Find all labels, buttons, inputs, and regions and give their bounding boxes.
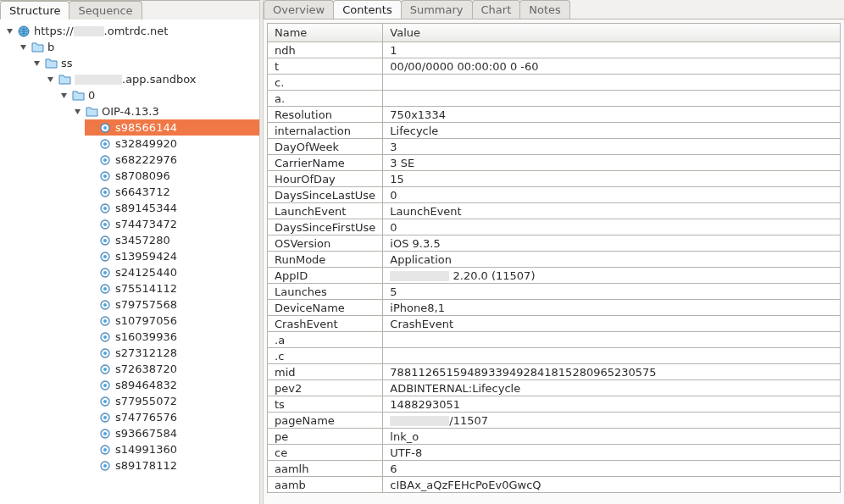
right-body: Name Value ndh1t00/00/0000 00:00:00 0 -6… <box>264 19 844 504</box>
cell-value: 1 <box>383 42 841 58</box>
right-tab-summary[interactable]: Summary <box>401 0 473 19</box>
tree-leaf[interactable]: s13959424 <box>85 248 259 264</box>
table-row[interactable]: aambcIBAx_aQzFEHcPoEv0GwcQ <box>268 477 841 493</box>
tree-folder-ss[interactable]: ss <box>31 55 259 71</box>
tree-leaf[interactable]: s16039936 <box>85 329 259 345</box>
left-tabs: StructureSequence <box>0 1 259 19</box>
table-row[interactable]: c. <box>268 75 841 91</box>
cell-name: RunMode <box>268 252 383 268</box>
right-tab-chart[interactable]: Chart <box>472 0 521 19</box>
tree-folder-b[interactable]: b <box>17 39 259 55</box>
tree-folder-0[interactable]: 0 <box>58 87 259 103</box>
table-row[interactable]: DaysSinceLastUse0 <box>268 187 841 203</box>
tree-leaf[interactable]: s74776576 <box>85 409 259 425</box>
cell-value: LaunchEvent <box>383 203 841 219</box>
request-icon <box>98 121 112 135</box>
tree-leaf[interactable]: s72638720 <box>85 361 259 377</box>
svg-point-14 <box>103 223 107 226</box>
tree-leaf[interactable]: s24125440 <box>85 264 259 280</box>
col-header-name[interactable]: Name <box>268 24 383 42</box>
table-row[interactable]: aamlh6 <box>268 461 841 477</box>
tree-root[interactable]: https://.omtrdc.net <box>3 23 259 39</box>
request-icon <box>98 427 112 440</box>
table-row[interactable]: ceUTF-8 <box>268 445 841 461</box>
tree-twisty-icon[interactable] <box>73 108 81 116</box>
tree-leaf[interactable]: s89464832 <box>85 377 259 393</box>
table-row[interactable]: mid7881126515948933949284181528096523057… <box>268 364 841 380</box>
tree-twisty-icon[interactable] <box>46 75 54 84</box>
cell-name: OSVersion <box>268 235 383 252</box>
tree-twisty-icon[interactable] <box>5 27 14 36</box>
svg-point-2 <box>103 126 107 130</box>
table-row[interactable]: DaysSinceFirstUse0 <box>268 219 841 235</box>
table-row[interactable]: ndh1 <box>268 42 841 58</box>
tree-item-label: s74473472 <box>115 217 177 232</box>
tree-leaf[interactable]: s14991360 <box>85 441 259 457</box>
table-row[interactable]: a. <box>268 91 841 107</box>
tree-leaf[interactable]: s93667584 <box>85 425 259 441</box>
right-tab-contents[interactable]: Contents <box>333 0 401 19</box>
table-row[interactable]: OSVersioniOS 9.3.5 <box>268 235 841 252</box>
table-row[interactable]: AppID 2.20.0 (11507) <box>268 268 841 284</box>
cell-name: DayOfWeek <box>268 139 383 155</box>
col-header-value[interactable]: Value <box>383 24 841 42</box>
tree-item-label: s10797056 <box>115 313 177 329</box>
globe-icon <box>17 25 31 38</box>
contents-grid-wrap[interactable]: Name Value ndh1t00/00/0000 00:00:00 0 -6… <box>264 19 844 504</box>
tree-leaf[interactable]: s98566144 <box>85 119 259 136</box>
svg-point-6 <box>103 158 107 162</box>
tree-folder-sandbox[interactable]: .app.sandbox <box>44 71 259 87</box>
table-row[interactable]: pev2ADBINTERNAL:Lifecycle <box>268 380 841 396</box>
table-row[interactable]: pageName/11507 <box>268 413 841 429</box>
table-row[interactable]: CrashEventCrashEvent <box>268 316 841 332</box>
tree-twisty-icon[interactable] <box>59 91 68 100</box>
cell-name: pageName <box>268 413 383 429</box>
tree-leaf[interactable]: s89145344 <box>85 200 259 216</box>
svg-point-20 <box>103 271 107 274</box>
tree-leaf[interactable]: s6643712 <box>85 184 259 200</box>
tree-leaf[interactable]: s68222976 <box>85 152 259 168</box>
tree-leaf[interactable]: s75514112 <box>85 280 259 296</box>
tree-item-label: s27312128 <box>115 346 177 361</box>
tree-leaf[interactable]: s32849920 <box>85 136 259 152</box>
left-tab-structure[interactable]: Structure <box>0 1 69 19</box>
tree-leaf[interactable]: s74473472 <box>85 216 259 232</box>
table-row[interactable]: CarrierName3 SE <box>268 155 841 171</box>
tree-leaf[interactable]: s77955072 <box>85 393 259 409</box>
tree-item-label: s16039936 <box>115 330 177 345</box>
tree-item-label: .app.sandbox <box>75 72 196 87</box>
table-row[interactable]: .c <box>268 348 841 364</box>
left-tab-sequence[interactable]: Sequence <box>69 1 142 19</box>
table-row[interactable]: Launches5 <box>268 284 841 300</box>
tree-leaf[interactable]: s8708096 <box>85 168 259 184</box>
table-row[interactable]: internalactionLifecycle <box>268 123 841 139</box>
tree-leaf[interactable]: s27312128 <box>85 345 259 361</box>
table-row[interactable]: DayOfWeek3 <box>268 139 841 155</box>
tree-folder-oip[interactable]: OIP-4.13.3 <box>71 103 259 119</box>
table-row[interactable]: Resolution750x1334 <box>268 107 841 123</box>
tree-item-label: s6643712 <box>115 185 170 200</box>
tree-leaf[interactable]: s10797056 <box>85 313 259 329</box>
tree-view[interactable]: https://.omtrdc.netbss.app.sandbox0OIP-4… <box>0 19 259 504</box>
right-tab-notes[interactable]: Notes <box>519 0 570 19</box>
tree-twisty-icon[interactable] <box>19 43 27 52</box>
table-row[interactable]: pelnk_o <box>268 429 841 445</box>
tree-item-label: s8708096 <box>115 169 170 184</box>
tree-leaf[interactable]: s89178112 <box>85 457 259 474</box>
cell-value: 1488293051 <box>383 396 841 413</box>
table-row[interactable]: .a <box>268 332 841 348</box>
right-tabs: OverviewContentsSummaryChartNotes <box>264 0 844 19</box>
table-row[interactable]: DeviceNameiPhone8,1 <box>268 300 841 316</box>
table-row[interactable]: RunModeApplication <box>268 252 841 268</box>
table-row[interactable]: HourOfDay15 <box>268 171 841 187</box>
table-row[interactable]: ts1488293051 <box>268 396 841 413</box>
table-row[interactable]: t00/00/0000 00:00:00 0 -60 <box>268 58 841 75</box>
tree-twisty-icon[interactable] <box>32 59 41 68</box>
right-tab-overview[interactable]: Overview <box>264 0 334 19</box>
cell-name: ndh <box>268 42 383 58</box>
tree-item-label: s32849920 <box>115 136 177 152</box>
table-row[interactable]: LaunchEventLaunchEvent <box>268 203 841 219</box>
cell-name: aamb <box>268 477 383 493</box>
tree-leaf[interactable]: s79757568 <box>85 296 259 313</box>
tree-leaf[interactable]: s3457280 <box>85 232 259 248</box>
